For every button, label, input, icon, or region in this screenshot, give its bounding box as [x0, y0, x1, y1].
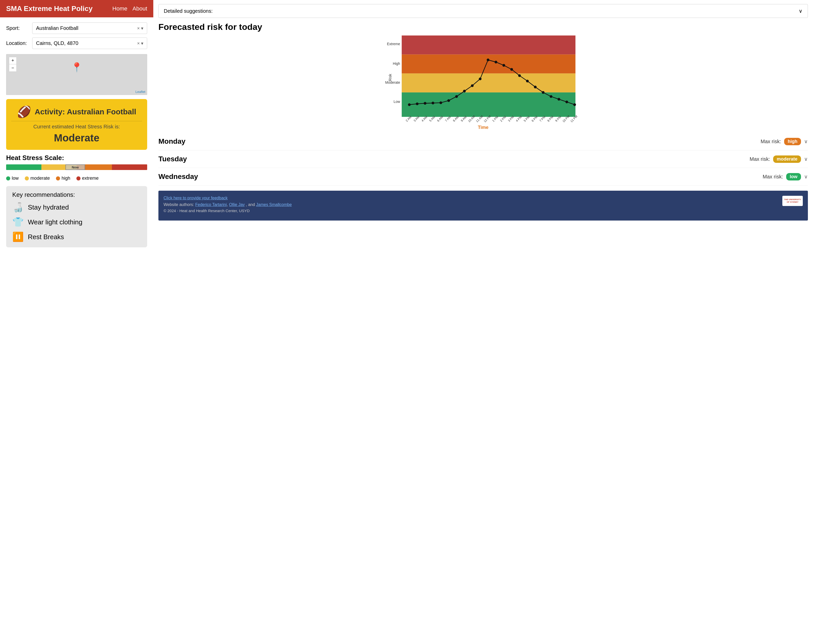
legend-dot-low — [6, 176, 10, 181]
day-wednesday-badge: low — [786, 173, 801, 181]
chart-dot — [495, 61, 497, 64]
chart-dot — [471, 84, 474, 87]
usyd-logo: THE UNIVERSITY OF SYDNEY — [782, 196, 803, 206]
chart-y-low: Low — [394, 99, 400, 104]
time-axis-label: Time — [158, 125, 808, 130]
chart-dot — [510, 68, 513, 71]
sport-value: Australian Football — [36, 25, 137, 31]
forecast-day-wednesday: Wednesday Max risk: low ∨ — [158, 168, 808, 185]
chart-dot — [431, 102, 434, 104]
rec-title: Key recommendations: — [12, 191, 141, 198]
map-pin: 📍 — [71, 62, 83, 73]
chart-dot — [573, 103, 576, 106]
chart-dot — [447, 99, 450, 102]
legend-dot-moderate — [25, 176, 29, 181]
chart-wrap: Extreme High Moderate Low Risk — [158, 35, 808, 122]
activity-header: 🏈 Activity: Australian Football — [17, 105, 136, 118]
footer-content: Click here to provide your feedback Webs… — [164, 196, 292, 213]
chart-dot — [565, 101, 568, 103]
feedback-link[interactable]: Click here to provide your feedback — [164, 196, 228, 200]
chart-high-band — [402, 54, 575, 73]
scale-section: Heat Stress Scale: Now low moderate — [0, 154, 153, 184]
nav-home[interactable]: Home — [112, 5, 127, 12]
nav-about[interactable]: About — [133, 5, 147, 12]
scale-title: Heat Stress Scale: — [6, 154, 147, 162]
sport-label: Sport: — [6, 25, 29, 31]
suggestions-chevron: ∨ — [799, 8, 802, 14]
location-select-icons: × ▾ — [137, 41, 143, 46]
activity-divider — [11, 121, 142, 121]
chart-dot — [518, 74, 521, 77]
activity-title: Activity: Australian Football — [35, 107, 136, 116]
sport-select[interactable]: Australian Football × ▾ — [32, 23, 147, 34]
legend-dot-high — [56, 176, 60, 181]
chart-dot — [479, 78, 482, 80]
activity-icon: 🏈 — [17, 105, 31, 118]
scale-bar-wrap: Now — [6, 164, 147, 174]
legend-label-extreme: extreme — [82, 176, 99, 181]
scale-now-indicator: Now — [65, 164, 85, 170]
legend-low: low — [6, 176, 18, 181]
footer-conjunction: , and — [246, 202, 255, 207]
footer-top: Click here to provide your feedback Webs… — [164, 196, 803, 213]
forecast-section: Forecasted risk for today Extreme High M… — [153, 18, 813, 133]
day-tuesday-badge: moderate — [773, 156, 801, 163]
app-header: SMA Extreme Heat Policy Home About — [0, 0, 153, 17]
suggestions-label: Detailed suggestions: — [164, 8, 213, 14]
day-wednesday-chevron[interactable]: ∨ — [804, 174, 808, 180]
forecast-chart: Extreme High Moderate Low Risk — [158, 35, 808, 122]
scale-now-label: Now — [72, 165, 79, 169]
chart-dot — [526, 80, 529, 83]
footer-author2[interactable]: Ollie Jay — [229, 202, 244, 207]
activity-risk: Moderate — [54, 132, 100, 144]
chart-dot — [463, 90, 466, 93]
day-monday-chevron[interactable]: ∨ — [804, 138, 808, 144]
form-section: Sport: Australian Football × ▾ Location:… — [0, 17, 153, 54]
legend-extreme: extreme — [77, 176, 99, 181]
legend-label-moderate: moderate — [31, 176, 50, 181]
chart-dot — [423, 102, 426, 105]
rec-icon-hydrated: 🍶 — [12, 202, 24, 213]
chart-dot — [487, 58, 489, 61]
chart-y-high: High — [393, 61, 400, 66]
legend-high: high — [56, 176, 70, 181]
suggestions-bar[interactable]: Detailed suggestions: ∨ — [158, 4, 808, 18]
forecast-days: Monday Max risk: high ∨ Tuesday Max risk… — [153, 133, 813, 185]
day-tuesday-chevron[interactable]: ∨ — [804, 156, 808, 162]
scale-low — [6, 164, 41, 170]
rec-item-hydrated: 🍶 Stay hydrated — [12, 202, 141, 213]
rec-icon-rest: ⏸️ — [12, 231, 24, 242]
forecast-day-tuesday: Tuesday Max risk: moderate ∨ — [158, 150, 808, 168]
rec-item-rest: ⏸️ Rest Breaks — [12, 231, 141, 242]
rec-list: 🍶 Stay hydrated 👕 Wear light clothing ⏸️… — [12, 202, 141, 242]
location-label: Location: — [6, 40, 29, 46]
zoom-in-button[interactable]: + — [9, 57, 16, 64]
footer-author1[interactable]: Federico Tartarini — [195, 202, 227, 207]
chart-y-extreme: Extreme — [387, 42, 400, 46]
location-select[interactable]: Cairns, QLD, 4870 × ▾ — [32, 38, 147, 49]
location-value: Cairns, QLD, 4870 — [36, 40, 137, 46]
footer: Click here to provide your feedback Webs… — [158, 191, 808, 220]
scale-extreme — [112, 164, 147, 170]
chart-dot — [439, 101, 442, 104]
chart-y-moderate: Moderate — [385, 80, 400, 84]
chart-dot — [416, 102, 419, 105]
legend-moderate: moderate — [25, 176, 50, 181]
chart-dot — [408, 103, 411, 106]
header-nav: Home About — [112, 5, 147, 12]
recommendations-section: Key recommendations: 🍶 Stay hydrated 👕 W… — [6, 186, 147, 247]
day-wednesday-name: Wednesday — [158, 173, 198, 181]
day-monday-right: Max risk: high ∨ — [761, 138, 808, 145]
zoom-out-button[interactable]: − — [9, 64, 16, 72]
chart-dot — [549, 95, 552, 98]
footer-copyright: © 2024 - Heat and Health Research Center… — [164, 208, 292, 213]
footer-author3[interactable]: James Smallcombe — [256, 202, 292, 207]
rec-item-clothing: 👕 Wear light clothing — [12, 217, 141, 228]
right-panel: Detailed suggestions: ∨ Forecasted risk … — [153, 0, 813, 644]
day-tuesday-right: Max risk: moderate ∨ — [750, 156, 808, 163]
footer-authors-prefix: Website authors: — [164, 202, 194, 207]
rec-label-hydrated: Stay hydrated — [28, 203, 69, 211]
chart-y-axis-label: Risk — [388, 74, 392, 81]
app-title: SMA Extreme Heat Policy — [6, 5, 92, 13]
chart-moderate-band — [402, 73, 575, 92]
